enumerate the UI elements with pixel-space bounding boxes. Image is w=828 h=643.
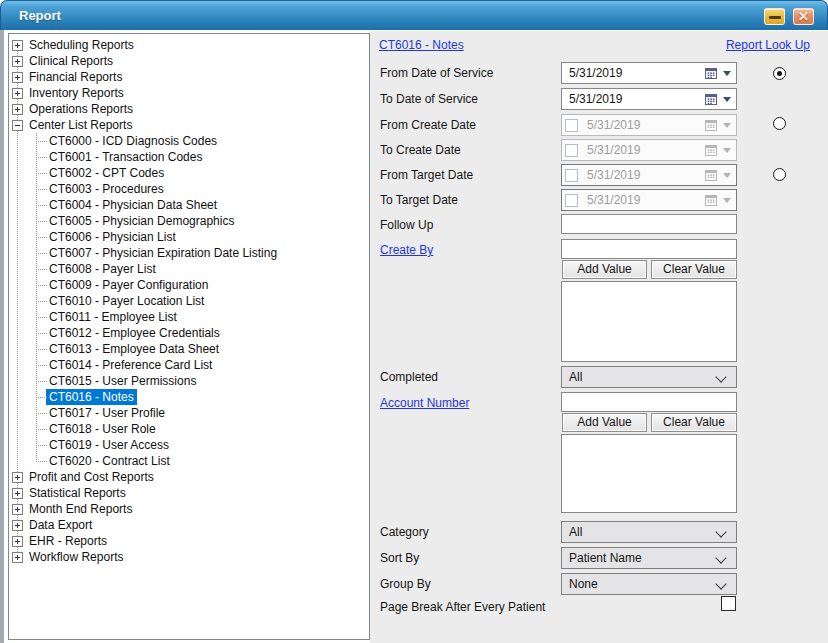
report-look-up-link[interactable]: Report Look Up (726, 38, 810, 52)
to-date-of-service-picker[interactable]: 5/31/2019 (561, 88, 737, 110)
tree-item[interactable]: CT6007 - Physician Expiration Date Listi… (49, 246, 277, 260)
create-by-input[interactable] (561, 239, 737, 259)
tree-item[interactable]: Clinical Reports (29, 54, 113, 68)
tree-row: CT6006 - Physician List (9, 229, 369, 245)
to-date-of-service-label: To Date of Service (380, 92, 478, 106)
expand-icon[interactable] (12, 552, 23, 563)
chevron-down-icon (715, 578, 726, 589)
tree-item[interactable]: CT6004 - Physician Data Sheet (49, 198, 217, 212)
tree-item[interactable]: Profit and Cost Reports (29, 470, 154, 484)
page-break-checkbox[interactable] (721, 596, 736, 611)
tree-item[interactable]: CT6020 - Contract List (49, 454, 170, 468)
category-select[interactable]: All (561, 521, 737, 543)
tree-item[interactable]: Statistical Reports (29, 486, 126, 500)
tree-item[interactable]: Workflow Reports (29, 550, 123, 564)
account-number-input[interactable] (561, 392, 737, 412)
date-value: 5/31/2019 (587, 193, 699, 207)
dropdown-arrow-icon[interactable] (723, 97, 731, 102)
account-number-link[interactable]: Account Number (380, 396, 469, 410)
tree-item[interactable]: Inventory Reports (29, 86, 124, 100)
tree-item[interactable]: Center List Reports (29, 118, 132, 132)
expand-icon[interactable] (12, 520, 23, 531)
to-target-date-picker: 5/31/2019 (561, 189, 737, 211)
tree-row: CT6009 - Payer Configuration (9, 277, 369, 293)
minimize-button[interactable] (764, 8, 785, 25)
expand-icon[interactable] (12, 472, 23, 483)
date-enable-checkbox[interactable] (565, 119, 578, 132)
expand-icon[interactable] (12, 72, 23, 83)
tree-item[interactable]: Financial Reports (29, 70, 122, 84)
tree-item[interactable]: CT6001 - Transaction Codes (49, 150, 202, 164)
tree-item[interactable]: EHR - Reports (29, 534, 107, 548)
expand-icon[interactable] (12, 40, 23, 51)
tree-item[interactable]: CT6008 - Payer List (49, 262, 156, 276)
tree-item[interactable]: CT6002 - CPT Codes (49, 166, 164, 180)
expand-icon[interactable] (12, 104, 23, 115)
create-by-link[interactable]: Create By (380, 243, 433, 257)
date-enable-checkbox[interactable] (565, 144, 578, 157)
target-date-radio[interactable] (773, 168, 786, 181)
to-target-date-label: To Target Date (380, 193, 458, 207)
tree-item[interactable]: CT6015 - User Permissions (49, 374, 196, 388)
tree-row: Month End Reports (9, 501, 369, 517)
date-of-service-radio[interactable] (773, 67, 786, 80)
account-add-value-button[interactable]: Add Value (562, 413, 647, 432)
calendar-icon[interactable] (704, 93, 718, 106)
tree-row: CT6005 - Physician Demographics (9, 213, 369, 229)
follow-up-label: Follow Up (380, 218, 433, 232)
tree-row: CT6013 - Employee Data Sheet (9, 341, 369, 357)
sort-by-select[interactable]: Patient Name (561, 547, 737, 569)
tree-item[interactable]: Scheduling Reports (29, 38, 134, 52)
tree-item[interactable]: CT6012 - Employee Credentials (49, 326, 220, 340)
tree-item[interactable]: CT6013 - Employee Data Sheet (49, 342, 219, 356)
date-enable-checkbox[interactable] (565, 194, 578, 207)
expand-icon[interactable] (12, 488, 23, 499)
group-by-select[interactable]: None (561, 573, 737, 595)
tree-item[interactable]: CT6010 - Payer Location List (49, 294, 204, 308)
expand-icon[interactable] (12, 504, 23, 515)
account-clear-value-button[interactable]: Clear Value (651, 413, 737, 432)
tree-item[interactable]: CT6000 - ICD Diagnosis Codes (49, 134, 217, 148)
create-by-add-value-button[interactable]: Add Value (562, 260, 647, 279)
create-by-clear-value-button[interactable]: Clear Value (651, 260, 737, 279)
tree-item[interactable]: CT6003 - Procedures (49, 182, 164, 196)
tree-item[interactable]: CT6009 - Payer Configuration (49, 278, 208, 292)
tree-item[interactable]: CT6011 - Employee List (49, 310, 177, 324)
tree-row: CT6012 - Employee Credentials (9, 325, 369, 341)
tree-item[interactable]: Operations Reports (29, 102, 133, 116)
expand-icon[interactable] (12, 88, 23, 99)
tree-item-selected[interactable]: CT6016 - Notes (46, 389, 137, 405)
selected-report-link[interactable]: CT6016 - Notes (379, 38, 464, 52)
calendar-icon[interactable] (704, 67, 718, 80)
collapse-icon[interactable] (12, 120, 23, 131)
tree-item[interactable]: CT6018 - User Role (49, 422, 156, 436)
tree-item[interactable]: CT6005 - Physician Demographics (49, 214, 234, 228)
tree-row: CT6007 - Physician Expiration Date Listi… (9, 245, 369, 261)
tree-row: Operations Reports (9, 101, 369, 117)
tree-item[interactable]: Month End Reports (29, 502, 132, 516)
date-value: 5/31/2019 (569, 66, 699, 80)
follow-up-input[interactable] (561, 214, 737, 234)
minimize-icon (769, 16, 781, 19)
close-button[interactable]: ✕ (793, 8, 814, 25)
dropdown-arrow-icon[interactable] (723, 71, 731, 76)
tree-row: CT6017 - User Profile (9, 405, 369, 421)
report-window: Report ✕ Scheduling ReportsClinical Repo… (0, 0, 828, 643)
tree-item[interactable]: Data Export (29, 518, 92, 532)
completed-select[interactable]: All (561, 366, 737, 388)
date-enable-checkbox[interactable] (565, 169, 578, 182)
tree-row: CT6000 - ICD Diagnosis Codes (9, 133, 369, 149)
tree-item[interactable]: CT6006 - Physician List (49, 230, 176, 244)
tree-item[interactable]: CT6017 - User Profile (49, 406, 165, 420)
expand-icon[interactable] (12, 536, 23, 547)
group-by-label: Group By (380, 577, 431, 591)
from-date-of-service-picker[interactable]: 5/31/2019 (561, 62, 737, 84)
from-target-date-label: From Target Date (380, 168, 473, 182)
create-by-list[interactable] (561, 281, 737, 362)
account-number-list[interactable] (561, 434, 737, 513)
tree-item[interactable]: CT6019 - User Access (49, 438, 169, 452)
title-bar: Report ✕ (0, 0, 828, 30)
tree-item[interactable]: CT6014 - Preference Card List (49, 358, 212, 372)
expand-icon[interactable] (12, 56, 23, 67)
create-date-radio[interactable] (773, 117, 786, 130)
